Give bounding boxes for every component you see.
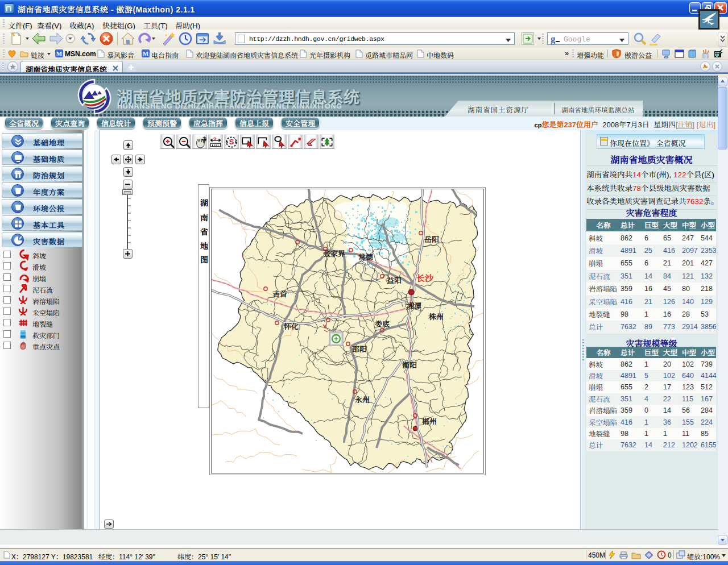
svg-text:邵阳: 邵阳: [352, 343, 367, 354]
svg-text:永州: 永州: [355, 394, 370, 405]
svg-text:湘潭: 湘潭: [407, 300, 421, 311]
svg-text:长沙: 长沙: [416, 272, 434, 284]
svg-text:娄底: 娄底: [375, 318, 390, 329]
svg-text:衡阳: 衡阳: [402, 359, 417, 370]
svg-text:张家界: 张家界: [323, 248, 345, 259]
svg-text:益阳: 益阳: [387, 275, 402, 285]
svg-text:S: S: [229, 138, 234, 146]
svg-text:?: ?: [213, 136, 217, 142]
svg-text:常德: 常德: [358, 251, 374, 262]
svg-text:岳阳: 岳阳: [424, 234, 439, 244]
svg-text:怀化: 怀化: [283, 321, 299, 331]
svg-text:株州: 株州: [428, 311, 444, 322]
svg-text:郴州: 郴州: [422, 416, 437, 426]
svg-text:吉首: 吉首: [272, 288, 287, 299]
